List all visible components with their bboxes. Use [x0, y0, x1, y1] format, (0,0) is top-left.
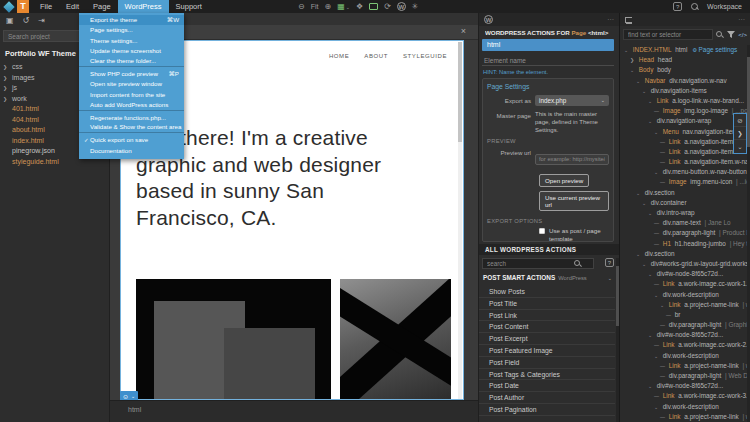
tree-node[interactable]: — H1 h1.heading-jumbo | Hey there ⚙	[620, 239, 750, 249]
wordpress-menu-item[interactable]: ✓ Show PHP code preview ⌘P	[79, 69, 184, 79]
tree-node[interactable]: ⌄ div.navigation-items ⚙	[620, 86, 750, 96]
element-path[interactable]: html	[128, 406, 141, 413]
menubar-menu[interactable]: WordPress	[118, 0, 169, 13]
smart-action-item[interactable]: Post Excerpt	[479, 333, 615, 345]
magic-wand-icon[interactable]: ✳	[412, 0, 419, 13]
smart-action-item[interactable]: Post Field	[479, 357, 615, 369]
tree-expand-icon[interactable]: ⌄	[642, 259, 649, 269]
page-nav-link[interactable]: HOME	[329, 53, 349, 59]
workspace-button[interactable]: Workspace	[707, 3, 742, 10]
tree-node[interactable]: — div.paragraph-light | Product Des ⚙	[620, 228, 750, 238]
tree-expand-icon[interactable]: —	[654, 239, 661, 249]
tree-expand-icon[interactable]: ⌄	[660, 300, 667, 310]
tree-node[interactable]: ❯ Head head ⚙	[620, 55, 750, 65]
wordpress-icon[interactable]: W	[397, 2, 406, 11]
element-name-input[interactable]	[482, 55, 614, 66]
tree-node[interactable]: — Link a.navigation-item.w-nav-li... ⚙	[620, 147, 750, 157]
grid-view-button[interactable]: ▦⌄	[337, 0, 350, 13]
tree-expand-icon[interactable]: ⌄	[648, 96, 655, 106]
wordpress-menu-item[interactable]: ✓ Clear the theme folder...	[79, 57, 184, 67]
menubar-menu[interactable]: Page	[86, 0, 118, 13]
tree-expand-icon[interactable]: —	[660, 137, 667, 147]
tree-node[interactable]: ⌄ div.menu-button.w-nav-button ⚙	[620, 167, 750, 177]
theme-logo-tile[interactable]: T	[17, 0, 29, 13]
tree-expand-icon[interactable]: —	[666, 310, 673, 320]
page-scrollbar[interactable]	[458, 42, 462, 400]
tree-expand-icon[interactable]: —	[654, 391, 661, 401]
tree-node[interactable]: — Link a.project-name-link | wor ⚙	[620, 412, 750, 422]
tree-node[interactable]: ⌄ Menu nav.navigation-items.w-nav... ⚙	[620, 127, 750, 137]
smart-action-item[interactable]: Post Featured Image	[479, 345, 615, 357]
post-smart-actions-group[interactable]: POST SMART ACTIONS WordPress ⌄	[483, 274, 612, 281]
tree-expand-icon[interactable]: ⌄	[630, 65, 637, 75]
tree-expand-icon[interactable]: ⌄	[654, 167, 661, 177]
tree-expand-icon[interactable]: —	[660, 147, 667, 157]
tree-expand-icon[interactable]: ⌄	[642, 86, 649, 96]
filter-icon[interactable]	[727, 31, 735, 39]
export-icon[interactable]: ⇥	[38, 16, 45, 25]
tree-node[interactable]: — div.paragraph-light | Web Desi ⚙	[620, 371, 750, 381]
preview-url-input[interactable]	[535, 154, 609, 165]
interact-mode-icon[interactable]: ❖	[356, 0, 363, 13]
tree-expand-icon[interactable]: ⌄	[654, 127, 661, 137]
refresh-icon[interactable]: ⟳	[384, 0, 391, 13]
wordpress-menu-item[interactable]: ✓ Auto add WordPress actions	[79, 100, 184, 110]
project-archive-icon[interactable]: ▣	[6, 16, 14, 25]
tree-node[interactable]: ⌄ Link a.logo-link.w-nav-brand... | inde…	[620, 96, 750, 106]
tree-node[interactable]: — Image img.menu-icon | ...icon ⚙	[620, 177, 750, 187]
tree-expand-icon[interactable]: ❯	[630, 55, 637, 65]
smart-action-item[interactable]: Post Tags & Categories	[479, 369, 615, 381]
tree-expand-icon[interactable]: —	[660, 361, 667, 371]
tree-node[interactable]: ⌄ div.work-description ⚙	[620, 402, 750, 412]
tree-expand-icon[interactable]: —	[660, 371, 667, 381]
smart-action-item[interactable]: Show Posts	[479, 286, 615, 298]
tree-node[interactable]: ⌄ Link a.project-name-link | wor ⚙	[620, 300, 750, 310]
tree-node[interactable]: ⌄ div#w-node-8f65c72d... ⚙	[620, 330, 750, 340]
expand-node-icon[interactable]: ❯	[734, 127, 746, 140]
tree-node[interactable]: — Link a.work-image.cc-work-2... | v ⚙	[620, 340, 750, 350]
zoom-in-icon[interactable]: ⊕	[324, 0, 331, 13]
tree-node[interactable]: — Link a.work-image.cc-work-1... | v ⚙	[620, 279, 750, 289]
wordpress-menu-item[interactable]: ✓ Page settings...	[79, 25, 184, 35]
tree-expand-icon[interactable]: —	[660, 412, 667, 422]
tree-node[interactable]: ⌄ INDEX.HTML html ⚙ Page settings	[620, 45, 750, 55]
tree-expand-icon[interactable]: ⌄	[654, 402, 661, 412]
wordpress-menu-item[interactable]: ✓ Open site preview window	[79, 79, 184, 89]
use-current-preview-url-button[interactable]: Use current preview url	[539, 191, 609, 211]
tree-node[interactable]: — br ⚙	[620, 310, 750, 320]
tree-search-input[interactable]	[623, 29, 713, 40]
tree-expand-icon[interactable]: ⌄	[624, 45, 631, 55]
preview-monitor-icon[interactable]	[369, 3, 378, 10]
smart-action-item[interactable]: Post Link	[479, 310, 615, 322]
tree-expand-icon[interactable]: ⌄	[636, 249, 643, 259]
panel-menu-icon[interactable]: ⋯	[607, 16, 614, 24]
tree-expand-icon[interactable]: —	[660, 177, 667, 187]
tree-node[interactable]: ⌄ div#w-node-8f65c72d... ⚙	[620, 381, 750, 391]
tree-node[interactable]: — Link a.project-name-link | wor ⚙	[620, 361, 750, 371]
tree-expand-icon[interactable]: ⌄	[648, 208, 655, 218]
wordpress-menu-item[interactable]: ✓ Validate & Show the content area	[79, 123, 184, 133]
smart-action-item[interactable]: Post Author	[479, 392, 615, 404]
menubar-menu[interactable]: File	[33, 0, 59, 13]
tree-expand-icon[interactable]: —	[654, 340, 661, 350]
open-preview-button[interactable]: Open preview	[539, 174, 589, 187]
tree-expand-icon[interactable]: —	[654, 279, 661, 289]
work-image-1[interactable]	[136, 279, 331, 400]
tree-expand-icon[interactable]: ⌄	[648, 116, 655, 126]
wordpress-menu-item[interactable]: ✓ Export the theme ⌘W	[79, 15, 184, 25]
menubar-menu[interactable]: Edit	[59, 0, 86, 13]
page-settings-chip[interactable]: ⚙ Page settings	[692, 46, 737, 53]
checkbox[interactable]	[539, 228, 545, 234]
tree-expand-icon[interactable]: ⌄	[648, 381, 655, 391]
tree-node[interactable]: — div.paragraph-light | Graphic D ⚙	[620, 320, 750, 330]
wordpress-menu-item[interactable]: ✓ Quick export on save	[79, 135, 184, 145]
actions-help-icon[interactable]: ?	[605, 258, 614, 267]
wordpress-menu-item[interactable]: ✓ Import content from the site	[79, 90, 184, 100]
undo-icon[interactable]: ↺	[23, 16, 30, 25]
help-icon[interactable]: ?	[673, 2, 682, 11]
smart-action-item[interactable]: Post Date	[479, 380, 615, 392]
selected-element-bar[interactable]: html	[482, 39, 614, 51]
tree-expand-icon[interactable]: —	[660, 157, 667, 167]
wordpress-menu-item[interactable]: ✓ Documentation	[79, 146, 184, 156]
tree-expand-icon[interactable]: —	[654, 218, 661, 228]
